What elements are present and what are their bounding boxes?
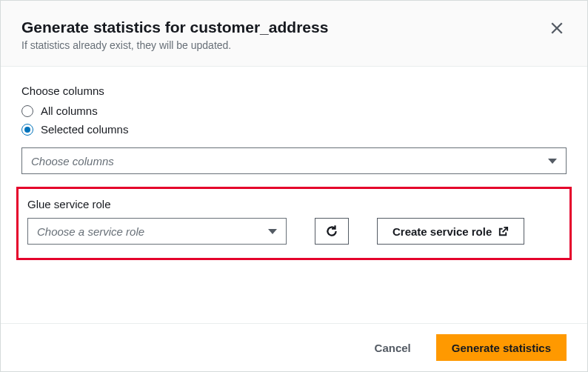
modal-title: Generate statistics for customer_address [21,19,328,36]
cancel-button[interactable]: Cancel [360,334,426,361]
radio-selected-columns[interactable]: Selected columns [21,123,567,136]
radio-all-columns[interactable]: All columns [21,104,567,117]
svg-line-2 [503,227,508,232]
radio-circle-icon [21,124,33,136]
refresh-icon [325,225,338,238]
close-icon [550,21,564,35]
choose-columns-label: Choose columns [21,84,567,97]
columns-radio-group: All columns Selected columns [21,104,567,136]
radio-circle-icon [21,105,33,117]
modal-footer: Cancel Generate statistics [1,323,587,371]
radio-label-selected: Selected columns [41,123,128,136]
create-service-role-button[interactable]: Create service role [377,218,524,245]
modal-body: Choose columns All columns Selected colu… [1,67,587,323]
service-role-dropdown[interactable]: Choose a service role [27,218,287,245]
dropdown-placeholder: Choose a service role [37,225,144,238]
choose-columns-dropdown[interactable]: Choose columns [21,147,567,174]
header-text-block: Generate statistics for customer_address… [21,19,328,51]
refresh-button[interactable] [315,218,349,245]
modal-header: Generate statistics for customer_address… [1,1,587,67]
glue-service-role-section: Glue service role Choose a service role … [21,192,567,255]
glue-role-label: Glue service role [27,198,561,210]
dropdown-placeholder: Choose columns [31,155,114,167]
generate-statistics-button[interactable]: Generate statistics [436,334,567,361]
external-link-icon [498,226,509,237]
caret-down-icon [548,159,557,164]
button-label: Create service role [392,225,492,238]
caret-down-icon [268,229,277,234]
radio-label-all: All columns [41,104,98,117]
glue-role-row: Choose a service role Create service rol… [27,218,561,245]
close-button[interactable] [547,19,567,40]
generate-statistics-modal: Generate statistics for customer_address… [0,0,588,372]
modal-subtitle: If statistics already exist, they will b… [21,39,328,51]
